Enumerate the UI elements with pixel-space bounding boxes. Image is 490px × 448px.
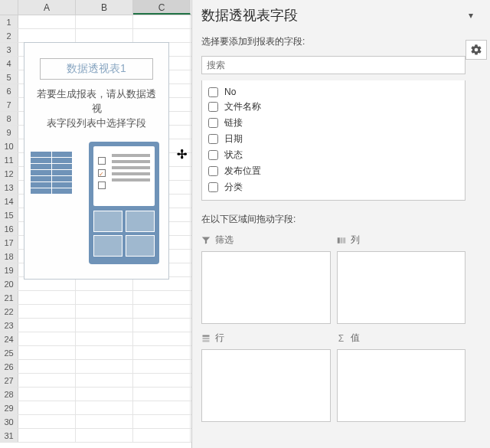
area-rows-body[interactable]	[201, 349, 331, 422]
field-item[interactable]: 日期	[202, 131, 465, 147]
area-rows[interactable]: 行	[201, 330, 331, 422]
area-columns-body[interactable]	[337, 251, 466, 324]
cell[interactable]	[76, 360, 133, 373]
row-header[interactable]: 30	[0, 415, 18, 428]
cell[interactable]	[76, 319, 133, 332]
row-header[interactable]: 23	[0, 319, 18, 332]
cell[interactable]	[76, 401, 133, 414]
row-header[interactable]: 29	[0, 401, 18, 414]
row-header[interactable]: 25	[0, 346, 18, 359]
row-header[interactable]: 13	[0, 181, 18, 194]
row-header[interactable]: 3	[0, 43, 18, 56]
row-header[interactable]: 10	[0, 139, 18, 152]
field-search-input[interactable]	[201, 56, 466, 74]
column-header-A[interactable]: A	[18, 0, 76, 15]
cell[interactable]	[133, 360, 191, 373]
field-checkbox[interactable]	[208, 87, 218, 97]
cell[interactable]	[76, 291, 133, 304]
cell[interactable]	[18, 388, 76, 401]
cell[interactable]	[133, 374, 191, 387]
cell[interactable]	[133, 415, 191, 428]
field-checkbox[interactable]	[208, 166, 218, 176]
field-layout-settings-button[interactable]	[466, 40, 487, 60]
cell[interactable]	[133, 429, 191, 442]
row-header[interactable]: 24	[0, 332, 18, 345]
cell[interactable]	[133, 15, 191, 28]
field-item[interactable]: 文件名称	[202, 99, 465, 115]
field-item[interactable]: 发布位置	[202, 163, 465, 179]
cell[interactable]	[76, 305, 133, 318]
field-checkbox[interactable]	[208, 118, 218, 128]
field-checkbox[interactable]	[208, 134, 218, 144]
field-checkbox[interactable]	[208, 150, 218, 160]
area-columns[interactable]: 列	[337, 232, 466, 324]
cell[interactable]	[76, 429, 133, 442]
area-values-body[interactable]	[337, 349, 466, 422]
cell[interactable]	[133, 319, 191, 332]
row-header[interactable]: 21	[0, 291, 18, 304]
row-header[interactable]: 12	[0, 167, 18, 180]
column-header-C[interactable]: C	[133, 0, 191, 15]
row-header[interactable]: 26	[0, 360, 18, 373]
cell[interactable]	[18, 291, 76, 304]
area-values[interactable]: Σ 值	[337, 330, 466, 422]
field-checkbox[interactable]	[208, 182, 218, 192]
pane-menu-button[interactable]: ▾	[469, 10, 473, 21]
cell[interactable]	[133, 291, 191, 304]
area-filter[interactable]: 筛选	[201, 232, 331, 324]
row-header[interactable]: 17	[0, 236, 18, 249]
row-header[interactable]: 9	[0, 126, 18, 139]
row-header[interactable]: 6	[0, 84, 18, 97]
cell[interactable]	[18, 305, 76, 318]
cell[interactable]	[18, 332, 76, 345]
cell[interactable]	[18, 319, 76, 332]
cell[interactable]	[18, 374, 76, 387]
row-header[interactable]: 4	[0, 57, 18, 70]
cell[interactable]	[76, 374, 133, 387]
cell[interactable]	[18, 360, 76, 373]
row-header[interactable]: 31	[0, 429, 18, 442]
cell[interactable]	[18, 29, 76, 42]
cell[interactable]	[76, 332, 133, 345]
row-header[interactable]: 5	[0, 70, 18, 83]
field-item[interactable]: 分类	[202, 179, 465, 195]
row-header[interactable]: 22	[0, 305, 18, 318]
cell[interactable]	[133, 305, 191, 318]
area-filter-body[interactable]	[201, 251, 331, 324]
cell[interactable]	[76, 29, 133, 42]
row-header[interactable]: 7	[0, 98, 18, 111]
row-header[interactable]: 15	[0, 208, 18, 221]
column-header-B[interactable]: B	[76, 0, 133, 15]
cell[interactable]	[76, 388, 133, 401]
row-header[interactable]: 20	[0, 277, 18, 290]
cell[interactable]	[133, 401, 191, 414]
row-header[interactable]: 18	[0, 250, 18, 263]
cell[interactable]	[18, 415, 76, 428]
cell[interactable]	[18, 429, 76, 442]
row-header[interactable]: 11	[0, 153, 18, 166]
cell[interactable]	[18, 401, 76, 414]
pivot-fields-pane: 数据透视表字段 ▾ 选择要添加到报表的字段: No文件名称链接日期状态发布位置分…	[191, 0, 490, 448]
cell[interactable]	[18, 346, 76, 359]
cell[interactable]	[133, 388, 191, 401]
row-header[interactable]: 14	[0, 195, 18, 208]
cell[interactable]	[18, 15, 76, 28]
row-header[interactable]: 2	[0, 29, 18, 42]
row-header[interactable]: 16	[0, 222, 18, 235]
field-item[interactable]: 状态	[202, 147, 465, 163]
field-item[interactable]: 链接	[202, 115, 465, 131]
row-header[interactable]: 28	[0, 388, 18, 401]
cell[interactable]	[76, 415, 133, 428]
cell[interactable]	[133, 346, 191, 359]
row-header[interactable]: 8	[0, 112, 18, 125]
row-header[interactable]: 27	[0, 374, 18, 387]
row-header[interactable]: 19	[0, 263, 18, 276]
cell[interactable]	[133, 29, 191, 42]
field-item[interactable]: No	[202, 85, 465, 99]
cell[interactable]	[133, 332, 191, 345]
cell[interactable]	[76, 346, 133, 359]
row-header[interactable]: 1	[0, 15, 18, 28]
cell[interactable]	[76, 15, 133, 28]
select-all-corner[interactable]	[0, 0, 18, 15]
field-checkbox[interactable]	[208, 102, 218, 112]
